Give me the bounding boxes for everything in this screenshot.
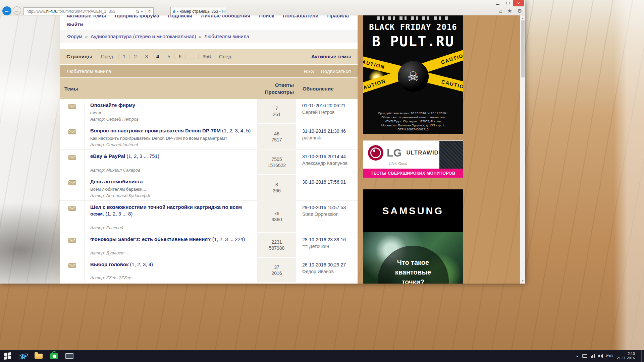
address-divider	[145, 9, 146, 14]
scrollbar-thumb[interactable]	[521, 20, 525, 77]
update-user[interactable]: palomnik	[302, 135, 357, 140]
topic-title[interactable]: Фонокоры Sander'z: есть обьективные мнен…	[90, 236, 211, 242]
topic-author: Автор: Михаил Сахаров	[90, 168, 254, 173]
browser-scrollbar[interactable]: ▲ ▼	[520, 15, 525, 284]
pult-clipped-text	[377, 16, 449, 20]
page-link-2[interactable]: 2	[129, 54, 141, 59]
update-user[interactable]: Александр Карпунов	[302, 161, 357, 166]
show-desktop-button[interactable]	[641, 350, 643, 362]
topic-author: Автор: Сергей fontenel	[90, 142, 254, 147]
topic-title[interactable]: Вопрос по настройке проигрывателя Denon …	[90, 128, 221, 133]
update-user[interactable]: Сергей Петров	[302, 110, 357, 115]
topic-icon-cell	[60, 201, 85, 233]
taskbar-ie-icon[interactable]: e	[15, 350, 31, 362]
lg-tagline: Life's Good	[389, 162, 407, 166]
breadcrumb-root[interactable]: Форум	[67, 34, 83, 39]
page-link-1[interactable]: 1	[118, 54, 129, 59]
home-icon[interactable]: ⌂	[499, 8, 502, 14]
table-row: Шел с возможностями точной настройки кар…	[60, 201, 358, 233]
topic-icon-cell	[60, 150, 85, 175]
dropdown-icon[interactable]: ▾	[141, 9, 143, 14]
topic-pages[interactable]: (1, 2, 3 ... 224)	[211, 236, 245, 242]
update-user[interactable]: Федор Иванов	[302, 269, 357, 274]
page-link-356[interactable]: 356	[198, 54, 215, 59]
active-topics-link[interactable]: Активные темы	[311, 54, 351, 59]
topic-stats-cell: 37 2016	[257, 258, 296, 283]
browser-tab[interactable]: e - номер страницы 353 - Hi... ×	[170, 7, 226, 15]
favorites-star-icon[interactable]: ★	[507, 8, 512, 14]
taskbar-store-icon[interactable]	[46, 350, 62, 362]
topic-title[interactable]: eBay & PayPal	[90, 153, 125, 159]
address-bar[interactable]: http://www.hi-fi.ru/forum/forum48/?PAGEN…	[23, 7, 154, 15]
samsung-quantum-ad[interactable]: SAMSUNG Что такое квантовые точки?	[363, 189, 463, 284]
nav-search[interactable]: Поиск	[259, 15, 274, 20]
topic-title[interactable]: День автомобилиста	[90, 179, 143, 184]
topic-link[interactable]: День автомобилиста	[90, 178, 254, 185]
maximize-button[interactable]	[503, 0, 513, 6]
envelope-icon	[68, 155, 76, 160]
topic-link[interactable]: Шел с возможностями точной настройки кар…	[90, 204, 254, 217]
page-next-link[interactable]: След.	[215, 54, 237, 59]
nav-active-topics[interactable]: Активные темы	[66, 15, 106, 20]
topic-link[interactable]: Опознайте фирму	[90, 102, 254, 109]
display-icon[interactable]	[582, 354, 587, 358]
forward-button[interactable]: →	[13, 6, 21, 15]
url-path: /forum/forum48/?PAGEN_1=353	[57, 9, 115, 14]
topic-stats-cell: 8 366	[257, 175, 296, 200]
topic-pages[interactable]: (1, 2, 3, 4, 5)	[221, 128, 251, 133]
topic-pages[interactable]: (1, 2, 3 ... 751)	[125, 153, 159, 159]
nav-rules[interactable]: Правила	[327, 15, 349, 20]
topic-link[interactable]: Выбор головок (1, 2, 3, 4)	[90, 261, 254, 268]
subscribe-link[interactable]: Подписаться	[321, 68, 351, 74]
taskbar-file-explorer-icon[interactable]	[31, 350, 46, 362]
topic-title[interactable]: Опознайте фирму	[90, 102, 135, 108]
start-button[interactable]	[0, 350, 15, 362]
topic-link[interactable]: Вопрос по настройке проигрывателя Denon …	[90, 127, 254, 134]
page-prev-link[interactable]: Пред.	[97, 54, 118, 59]
language-indicator[interactable]: РУС	[606, 354, 613, 358]
nav-logout[interactable]: Выйти	[66, 20, 83, 29]
breadcrumb-category[interactable]: Аудиоаппаратура (стерео и многоканальная…	[91, 34, 196, 39]
topic-link[interactable]: Фонокоры Sander'z: есть обьективные мнен…	[90, 236, 254, 243]
clock-time: 2:10	[617, 352, 635, 356]
minimize-button[interactable]	[493, 0, 503, 6]
rss-link[interactable]: RSS	[304, 68, 314, 74]
update-user[interactable]: *** Деточкин	[302, 244, 357, 249]
back-button[interactable]: ←	[2, 6, 11, 15]
views-count: 261	[273, 112, 280, 117]
column-views: Просмотры	[265, 88, 294, 96]
search-icon[interactable]	[136, 10, 139, 13]
nav-forum-profile[interactable]: Профиль форума	[115, 15, 159, 20]
nav-private-messages[interactable]: Личные сообщения	[201, 15, 250, 20]
page-link-5[interactable]: 5	[163, 54, 174, 59]
table-row: Вопрос по настройке проигрывателя Denon …	[60, 124, 358, 150]
views-count: 366	[273, 188, 280, 193]
network-icon[interactable]	[591, 354, 595, 358]
back-icon: ←	[4, 8, 10, 13]
topic-link[interactable]: eBay & PayPal (1, 2, 3 ... 751)	[90, 153, 254, 160]
taskbar-clock[interactable]: 2:10 21.11.2016	[617, 352, 635, 360]
volume-icon[interactable]	[598, 355, 600, 357]
topic-title[interactable]: Выбор головок	[90, 261, 128, 267]
pult-black-friday-ad[interactable]: BLACK FRIDAY 2016 B PULT.RU CAUTION CAUT…	[363, 15, 463, 134]
topic-pages[interactable]: (1, 2, 3 ... 8)	[104, 211, 132, 217]
nav-users[interactable]: Пользователи	[283, 15, 318, 20]
close-button[interactable]: ×	[513, 0, 524, 6]
lg-ultrawide-ad[interactable]: LG ULTRAWIDE ™ Life's Good ТЕСТЫ СВЕРХШИ…	[363, 141, 463, 178]
taskbar-app-icon[interactable]	[62, 350, 77, 362]
column-topics: Темы	[60, 78, 258, 99]
update-user[interactable]: State Oppression	[302, 212, 357, 217]
topic-pages[interactable]: (1, 2, 3, 4)	[128, 261, 153, 267]
update-date: 28-10-2016 23:39:16	[302, 237, 357, 242]
tab-title: - номер страницы 353 - Hi...	[177, 9, 226, 14]
nav-subscriptions[interactable]: Подписки	[168, 15, 193, 20]
scroll-down-icon[interactable]: ▼	[520, 278, 525, 284]
page-link-3[interactable]: 3	[141, 54, 152, 59]
page-link-6[interactable]: 6	[174, 54, 185, 59]
refresh-icon[interactable]: ↻	[148, 9, 151, 14]
gear-icon[interactable]: ⚙	[517, 8, 522, 14]
scroll-up-icon[interactable]: ▲	[520, 15, 525, 21]
table-row: Выбор головок (1, 2, 3, 4) Автор: ZZets …	[60, 258, 358, 283]
breadcrumb-separator: »	[85, 34, 88, 39]
tray-caret-icon[interactable]: ▲	[576, 355, 579, 358]
